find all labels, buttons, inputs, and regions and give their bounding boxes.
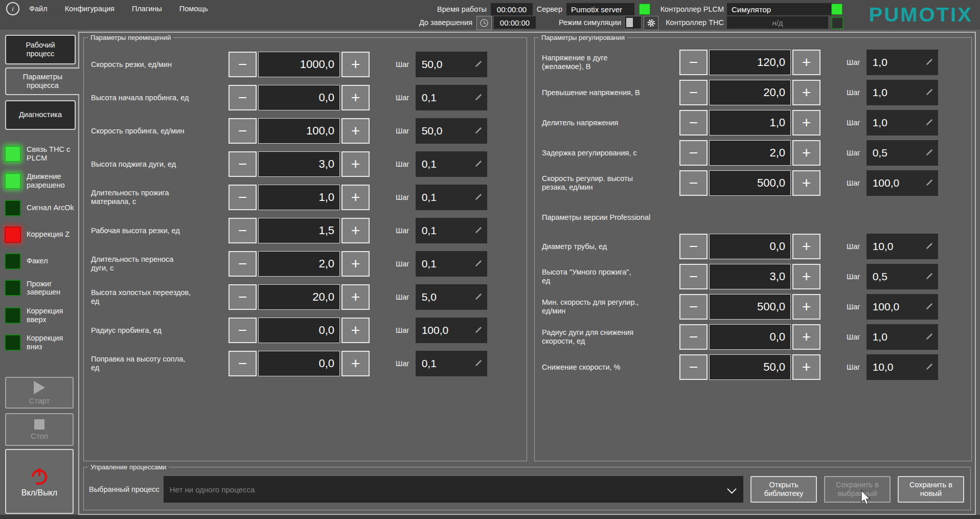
process-select[interactable]: Нет ни одного процесса [164, 476, 743, 503]
increment-button[interactable]: + [341, 185, 370, 210]
open-library-button[interactable]: Открыть библиотеку [750, 476, 817, 503]
decrement-button[interactable]: − [229, 218, 257, 243]
increment-button[interactable]: + [341, 251, 370, 277]
decrement-button[interactable]: − [679, 50, 708, 75]
step-field[interactable]: 100,0 [867, 170, 938, 196]
decrement-button[interactable]: − [229, 185, 257, 210]
decrement-button[interactable]: − [679, 234, 708, 259]
step-field[interactable]: 1,0 [867, 110, 938, 136]
menu-item-0[interactable]: Файл [20, 5, 56, 13]
start-button[interactable]: Старт [5, 377, 74, 409]
step-field[interactable]: 0,1 [416, 251, 487, 277]
value-field[interactable]: 2,0 [258, 251, 340, 277]
decrement-button[interactable]: − [679, 110, 708, 136]
increment-button[interactable]: + [792, 264, 821, 289]
value-field[interactable]: 0,0 [709, 324, 791, 350]
decrement-button[interactable]: − [229, 351, 257, 376]
increment-button[interactable]: + [341, 318, 370, 343]
value-field[interactable]: 100,0 [258, 118, 340, 144]
increment-button[interactable]: + [792, 294, 821, 320]
gear-icon[interactable] [644, 16, 658, 30]
clock-icon[interactable] [476, 16, 492, 30]
value-field[interactable]: 0,0 [709, 234, 791, 259]
decrement-button[interactable]: − [679, 140, 708, 166]
step-field[interactable]: 100,0 [416, 318, 487, 343]
value-field[interactable]: 20,0 [709, 80, 791, 105]
save-to-new-button[interactable]: Сохранить в новый [898, 476, 964, 503]
step-field[interactable]: 0,5 [867, 264, 938, 289]
value-field[interactable]: 1,0 [709, 110, 791, 136]
sidebar-tab-0[interactable]: Рабочий процесс [5, 35, 76, 64]
step-field[interactable]: 0,1 [416, 351, 487, 376]
increment-button[interactable]: + [792, 80, 821, 105]
value-field[interactable]: 2,0 [709, 140, 791, 166]
increment-button[interactable]: + [341, 284, 370, 310]
increment-button[interactable]: + [792, 324, 821, 350]
increment-button[interactable]: + [341, 52, 370, 77]
decrement-button[interactable]: − [229, 284, 257, 310]
increment-button[interactable]: + [792, 354, 821, 380]
step-field[interactable]: 1,0 [867, 324, 938, 350]
increment-button[interactable]: + [341, 351, 370, 376]
step-field[interactable]: 50,0 [416, 118, 487, 144]
value-field[interactable]: 20,0 [258, 284, 340, 310]
increment-button[interactable]: + [341, 85, 370, 110]
menu-item-3[interactable]: Помощь [171, 5, 217, 13]
menu-item-1[interactable]: Конфигурация [56, 5, 123, 13]
step-field[interactable]: 5,0 [416, 284, 487, 310]
value-field[interactable]: 0,0 [258, 351, 340, 376]
decrement-button[interactable]: − [229, 118, 257, 144]
step-field[interactable]: 50,0 [416, 52, 487, 77]
sidebar-tab-1[interactable]: Параметры процесса [5, 67, 79, 95]
sidebar-tab-2[interactable]: Диагностика [5, 100, 76, 130]
step-field[interactable]: 0,1 [416, 185, 487, 210]
increment-button[interactable]: + [341, 151, 370, 177]
value-field[interactable]: 1000,0 [258, 52, 340, 77]
increment-button[interactable]: + [792, 140, 821, 166]
step-field[interactable]: 10,0 [867, 354, 938, 380]
decrement-button[interactable]: − [679, 264, 708, 289]
value-field[interactable]: 500,0 [709, 294, 791, 320]
step-field[interactable]: 0,1 [416, 151, 487, 177]
value-field[interactable]: 3,0 [709, 264, 791, 289]
decrement-button[interactable]: − [229, 318, 257, 343]
value-field[interactable]: 500,0 [709, 170, 791, 196]
power-button[interactable]: Вкл/Выкл [5, 449, 74, 514]
sim-mode-toggle[interactable] [624, 16, 642, 29]
increment-button[interactable]: + [792, 50, 821, 75]
value-field[interactable]: 50,0 [709, 354, 791, 380]
param-row: Делитель напряжения−1,0+Шаг1,0 [535, 110, 971, 136]
value-field[interactable]: 120,0 [709, 50, 791, 75]
decrement-button[interactable]: − [679, 324, 708, 350]
step-field[interactable]: 1,0 [867, 50, 938, 75]
step-field[interactable]: 100,0 [867, 294, 938, 320]
decrement-button[interactable]: − [679, 294, 708, 320]
step-field[interactable]: 0,5 [867, 140, 938, 166]
step-field[interactable]: 0,1 [416, 218, 487, 243]
step-field[interactable]: 1,0 [867, 80, 938, 105]
info-icon[interactable]: i [6, 2, 19, 15]
step-field[interactable]: 0,1 [416, 85, 487, 110]
increment-button[interactable]: + [341, 218, 370, 243]
value-field[interactable]: 0,0 [258, 318, 340, 343]
value-field[interactable]: 3,0 [258, 151, 340, 177]
decrement-button[interactable]: − [679, 170, 708, 196]
value-field[interactable]: 1,0 [258, 185, 340, 210]
menu-item-2[interactable]: Плагины [123, 5, 171, 13]
increment-button[interactable]: + [792, 110, 821, 136]
increment-button[interactable]: + [341, 118, 370, 144]
save-to-selected-button[interactable]: Сохранить в выбранный [824, 476, 891, 503]
decrement-button[interactable]: − [229, 85, 257, 110]
stop-button[interactable]: Стоп [5, 413, 74, 446]
decrement-button[interactable]: − [229, 151, 257, 177]
decrement-button[interactable]: − [679, 80, 708, 105]
value-field[interactable]: 1,5 [258, 218, 340, 243]
increment-button[interactable]: + [792, 170, 821, 196]
decrement-button[interactable]: − [229, 251, 257, 277]
step-field[interactable]: 10,0 [867, 234, 938, 259]
process-management-panel: Управление процессами Выбранный процесс … [83, 463, 971, 510]
value-field[interactable]: 0,0 [258, 85, 340, 110]
decrement-button[interactable]: − [229, 52, 257, 77]
increment-button[interactable]: + [792, 234, 821, 259]
decrement-button[interactable]: − [679, 354, 708, 380]
